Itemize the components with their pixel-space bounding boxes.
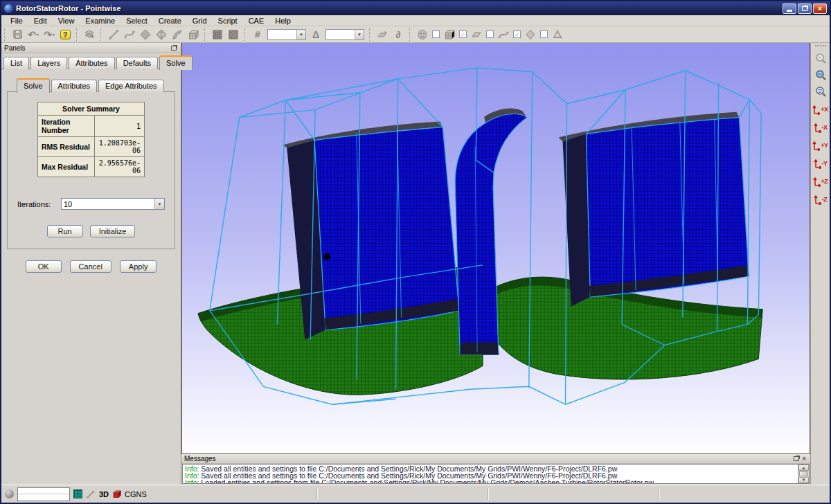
menu-script[interactable]: Script bbox=[213, 16, 242, 26]
unstructured-domain-button[interactable] bbox=[154, 28, 169, 42]
create-block-button[interactable] bbox=[186, 28, 201, 42]
cancel-button[interactable]: Cancel bbox=[70, 260, 111, 273]
subtab-edge-attributes[interactable]: Edge Attributes bbox=[98, 80, 164, 92]
initialize-button[interactable]: Initialize bbox=[90, 225, 136, 237]
partial-derivative-button[interactable]: ∂ bbox=[391, 28, 406, 42]
ok-button[interactable]: OK bbox=[26, 260, 62, 273]
title-bar[interactable]: RotorStatorRotor - Pointwise × bbox=[1, 1, 830, 15]
undo-button[interactable]: ↶▾ bbox=[26, 28, 41, 42]
redo-button[interactable]: ↷▾ bbox=[42, 28, 57, 42]
save-button[interactable] bbox=[10, 28, 25, 42]
messages-title: Messages bbox=[184, 455, 794, 462]
create-curve-button[interactable] bbox=[122, 28, 137, 42]
zoom-level-button[interactable] bbox=[812, 84, 829, 100]
menu-select[interactable]: Select bbox=[121, 16, 152, 26]
mask-connectors-checkbox[interactable]: ✓ bbox=[513, 30, 521, 38]
status-bar: 3D CGNS bbox=[1, 485, 830, 503]
zoom-previous-button[interactable] bbox=[812, 51, 829, 66]
mask-spacings-button[interactable] bbox=[550, 28, 565, 42]
zoom-extents-button[interactable] bbox=[812, 68, 829, 83]
view-minus-y-button[interactable]: -Y bbox=[812, 155, 830, 172]
mask-all-checkbox[interactable] bbox=[432, 30, 440, 38]
close-messages-icon[interactable]: × bbox=[801, 456, 807, 462]
undo-icon: ↶ bbox=[28, 30, 36, 39]
view-toolbar-handle bbox=[815, 45, 826, 48]
iterations-dropdown-icon[interactable]: ▼ bbox=[154, 199, 164, 209]
dimension-combo[interactable]: ▼ bbox=[267, 29, 306, 40]
table-row: Iteration Number 1 bbox=[38, 116, 145, 137]
close-button[interactable]: × bbox=[813, 3, 827, 14]
viewport-3d[interactable] bbox=[181, 43, 810, 454]
menu-grid[interactable]: Grid bbox=[188, 16, 212, 26]
minimize-button[interactable] bbox=[783, 3, 796, 14]
menu-examine[interactable]: Examine bbox=[80, 16, 120, 26]
view-minus-z-button[interactable]: -Z bbox=[812, 191, 830, 208]
subtab-attributes[interactable]: Attributes bbox=[51, 80, 97, 92]
menu-file[interactable]: File bbox=[6, 16, 28, 26]
tab-defaults[interactable]: Defaults bbox=[116, 57, 158, 69]
menu-cae[interactable]: CAE bbox=[244, 16, 269, 26]
mask-domain-icon bbox=[471, 29, 482, 40]
scroll-down-icon[interactable]: ▼ bbox=[798, 477, 809, 483]
mask-domains-checkbox[interactable] bbox=[486, 30, 494, 38]
solve-button[interactable] bbox=[375, 28, 390, 42]
axis-label: -Y bbox=[822, 160, 828, 167]
panels-header[interactable]: Panels bbox=[1, 43, 181, 53]
menu-edit[interactable]: Edit bbox=[29, 16, 52, 26]
tab-solve[interactable]: Solve bbox=[159, 55, 193, 70]
view-plus-x-button[interactable]: +X bbox=[812, 101, 830, 118]
spacing-combo[interactable]: ▼ bbox=[325, 29, 364, 40]
float-messages-icon[interactable] bbox=[794, 456, 799, 461]
scroll-up-icon[interactable]: ▲ bbox=[798, 465, 809, 471]
float-panel-icon[interactable] bbox=[171, 46, 177, 51]
view-plus-y-button[interactable]: +Y bbox=[812, 137, 830, 154]
table-row: RMS Residual 1.208703e-06 bbox=[38, 137, 145, 157]
structured-grid-button[interactable] bbox=[210, 28, 225, 42]
help-icon: ? bbox=[60, 30, 71, 39]
status-separator bbox=[659, 488, 660, 500]
mask-all-button[interactable] bbox=[415, 28, 430, 42]
mask-domains-button[interactable] bbox=[469, 28, 484, 42]
apply-button[interactable]: Apply bbox=[120, 260, 157, 273]
subtab-solve[interactable]: Solve bbox=[17, 78, 50, 93]
toolbar-handle bbox=[4, 28, 6, 41]
unstructured-grid-button[interactable] bbox=[226, 28, 241, 42]
create-connector-button[interactable] bbox=[106, 28, 121, 42]
menu-view[interactable]: View bbox=[53, 16, 80, 26]
axis-icon bbox=[813, 177, 821, 187]
structured-domain-button[interactable] bbox=[138, 28, 153, 42]
messages-header[interactable]: Messages × bbox=[181, 454, 810, 464]
messages-scrollbar[interactable]: ▲ ▼ bbox=[798, 465, 809, 483]
restore-button[interactable] bbox=[798, 3, 812, 14]
cae-solver-label: CGNS bbox=[125, 490, 147, 498]
mask-connectors-button[interactable] bbox=[496, 28, 511, 42]
row-value: 2.956576e-06 bbox=[95, 157, 145, 177]
mask-blocks-checkbox[interactable]: ✓ bbox=[459, 30, 467, 38]
extrude-button[interactable] bbox=[170, 28, 185, 42]
extrude-fan-icon bbox=[172, 29, 183, 40]
tab-attributes[interactable]: Attributes bbox=[69, 57, 114, 69]
mask-blocks-button[interactable] bbox=[442, 28, 457, 42]
toolbar-separator bbox=[204, 28, 206, 41]
tab-layers[interactable]: Layers bbox=[30, 57, 67, 69]
spacing-button[interactable]: Δ bbox=[308, 28, 323, 42]
scrollbar-thumb[interactable] bbox=[799, 471, 808, 476]
iterations-input[interactable] bbox=[62, 199, 154, 209]
run-button[interactable]: Run bbox=[47, 225, 83, 237]
view-plus-z-button[interactable]: +Z bbox=[812, 173, 830, 190]
mask-database-button[interactable] bbox=[523, 28, 538, 42]
menu-create[interactable]: Create bbox=[154, 16, 186, 26]
toolbar-separator bbox=[100, 28, 102, 41]
view-minus-x-button[interactable]: -X bbox=[812, 119, 830, 136]
solve-content-box: Solver Summary Iteration Number 1 RMS Re… bbox=[7, 91, 175, 249]
mask-block-icon bbox=[444, 29, 455, 40]
structured-domain-icon bbox=[140, 29, 151, 40]
menu-help[interactable]: Help bbox=[270, 16, 296, 26]
dimension-button[interactable]: # bbox=[250, 28, 265, 42]
main-toolbar: ↶▾ ↷▾ ? # ▼ Δ ▼ bbox=[1, 26, 830, 43]
selected-point bbox=[323, 253, 330, 260]
layers-button[interactable] bbox=[82, 28, 97, 42]
help-button[interactable]: ? bbox=[57, 28, 73, 42]
tab-list[interactable]: List bbox=[3, 57, 29, 69]
mask-database-checkbox[interactable] bbox=[540, 30, 548, 38]
